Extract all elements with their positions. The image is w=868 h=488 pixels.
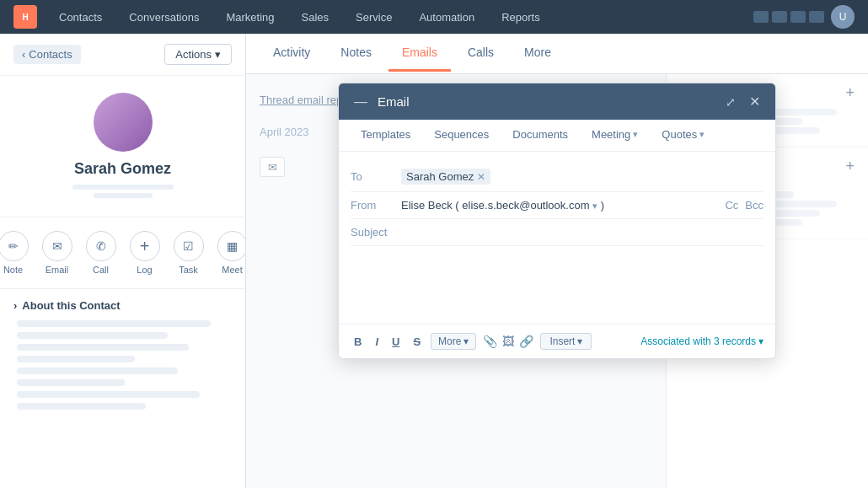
meeting-dropdown-icon: ▾ [633, 129, 638, 140]
more-format-chevron-icon: ▾ [463, 335, 469, 347]
back-to-contacts-button[interactable]: ‹ Contacts [13, 45, 81, 64]
email-body[interactable] [351, 246, 764, 314]
nav-reports[interactable]: Reports [496, 8, 545, 27]
about-bar-8 [17, 403, 146, 410]
from-row: From Elise Beck ( elise.s.beck@outlook.c… [351, 192, 764, 219]
about-bar-7 [17, 391, 200, 398]
modal-title: Email [378, 94, 410, 109]
right-area: Activity Notes Emails Calls More Thread … [246, 34, 868, 488]
email-action[interactable]: ✉ Email [42, 231, 72, 275]
modal-header-actions: ⤢ ✕ [722, 92, 764, 111]
insert-button[interactable]: Insert ▾ [540, 333, 592, 350]
italic-button[interactable]: I [372, 334, 382, 350]
modal-close-button[interactable]: ✕ [746, 92, 764, 111]
link-icon[interactable]: 🔗 [519, 335, 533, 348]
associated-records-link[interactable]: Associated with 3 records ▾ [640, 335, 764, 347]
modal-tab-meeting[interactable]: Meeting ▾ [581, 120, 648, 151]
action-icons-row: ✏ Note ✉ Email ✆ Call + Log ☑ Task ▦ Mee… [0, 217, 245, 289]
task-action[interactable]: ☑ Task [174, 231, 204, 275]
content-area: Thread email replies Log Email Create Em… [246, 74, 868, 488]
nav-contacts[interactable]: Contacts [54, 8, 107, 27]
meet-action[interactable]: ▦ Meet [217, 231, 247, 275]
nav-square-3 [790, 11, 806, 23]
modal-minimize-button[interactable]: — [351, 93, 371, 111]
strikethrough-button[interactable]: S [410, 334, 424, 350]
nav-square-1 [753, 11, 769, 23]
about-bar-2 [17, 332, 168, 339]
log-icon: + [130, 231, 160, 261]
avatar [94, 93, 153, 152]
subject-input[interactable] [401, 226, 764, 239]
about-bar-4 [17, 356, 135, 362]
modal-tab-sequences[interactable]: Sequences [424, 120, 499, 151]
call-icon: ✆ [86, 231, 116, 261]
assoc-chevron-icon: ▾ [758, 335, 764, 347]
to-row: To Sarah Gomez ✕ [351, 162, 764, 192]
nav-service[interactable]: Service [351, 8, 397, 27]
log-action[interactable]: + Log [130, 231, 160, 275]
contacts-header: ‹ Contacts Actions ▾ [0, 34, 245, 76]
nav-square-2 [772, 11, 787, 23]
modal-tab-templates[interactable]: Templates [351, 120, 421, 151]
attachment-icon[interactable]: 📎 [483, 335, 497, 348]
meet-icon: ▦ [217, 231, 247, 261]
tab-calls[interactable]: Calls [454, 35, 507, 72]
nav-right-area: U [753, 5, 855, 29]
nav-app-switcher [753, 11, 824, 23]
underline-button[interactable]: U [388, 334, 403, 350]
call-action[interactable]: ✆ Call [86, 231, 116, 275]
modal-tab-quotes[interactable]: Quotes ▾ [651, 120, 715, 151]
tab-more[interactable]: More [511, 35, 565, 72]
quotes-dropdown-icon: ▾ [699, 129, 705, 140]
cc-button[interactable]: Cc [725, 199, 738, 212]
about-chevron-icon: › [13, 299, 17, 312]
bcc-button[interactable]: Bcc [745, 199, 764, 212]
email-form: To Sarah Gomez ✕ From [339, 152, 775, 324]
about-header[interactable]: › About this Contact [13, 299, 232, 312]
modal-header: — Email ⤢ ✕ [339, 83, 775, 120]
recipient-remove-button[interactable]: ✕ [477, 171, 485, 183]
modal-tab-documents[interactable]: Documents [502, 120, 578, 151]
tab-notes[interactable]: Notes [327, 35, 385, 72]
from-dropdown-icon[interactable]: ▾ [592, 201, 597, 211]
about-section: › About this Contact [0, 289, 245, 420]
from-label: From [351, 199, 393, 212]
about-bars [13, 320, 232, 410]
tabs-bar: Activity Notes Emails Calls More [246, 34, 868, 74]
task-icon: ☑ [174, 231, 204, 261]
nav-automation[interactable]: Automation [414, 8, 480, 27]
note-action[interactable]: ✏ Note [0, 231, 29, 275]
email-modal-overlay: — Email ⤢ ✕ Templates Sequences Document… [246, 74, 868, 488]
contact-bar-2 [94, 193, 153, 198]
nav-conversations[interactable]: Conversations [124, 8, 204, 27]
modal-expand-button[interactable]: ⤢ [722, 94, 739, 110]
about-bar-6 [17, 379, 125, 386]
contact-name: Sarah Gomez [74, 160, 171, 178]
subject-label: Subject [351, 226, 393, 239]
tab-activity[interactable]: Activity [260, 35, 324, 72]
to-label: To [351, 170, 393, 183]
back-arrow-icon: ‹ [22, 48, 25, 61]
nav-square-4 [809, 11, 824, 23]
image-icon[interactable]: 🖼 [502, 335, 514, 348]
user-avatar[interactable]: U [831, 5, 855, 29]
tab-emails[interactable]: Emails [388, 35, 451, 72]
contact-bar-1 [72, 185, 174, 190]
actions-button[interactable]: Actions ▾ [164, 44, 232, 65]
about-bar-5 [17, 367, 178, 374]
nav-sales[interactable]: Sales [297, 8, 335, 27]
contact-card: Sarah Gomez [0, 76, 245, 217]
hubspot-logo[interactable]: H [13, 5, 37, 29]
top-navigation: H Contacts Conversations Marketing Sales… [0, 0, 868, 34]
bold-button[interactable]: B [351, 334, 365, 350]
left-panel: ‹ Contacts Actions ▾ Sarah Gomez ✏ Note … [0, 34, 246, 488]
modal-tabs: Templates Sequences Documents Meeting ▾ … [339, 120, 775, 152]
modal-footer: B I U S More ▾ 📎 🖼 🔗 [339, 324, 775, 358]
from-value: Elise Beck ( elise.s.beck@outlook.com ▾ … [401, 199, 764, 212]
main-layout: ‹ Contacts Actions ▾ Sarah Gomez ✏ Note … [0, 34, 868, 488]
nav-marketing[interactable]: Marketing [221, 8, 279, 27]
more-format-button[interactable]: More ▾ [431, 333, 476, 350]
recipient-tag: Sarah Gomez ✕ [401, 169, 490, 185]
note-icon: ✏ [0, 231, 29, 261]
footer-icons: 📎 🖼 🔗 [483, 335, 533, 348]
